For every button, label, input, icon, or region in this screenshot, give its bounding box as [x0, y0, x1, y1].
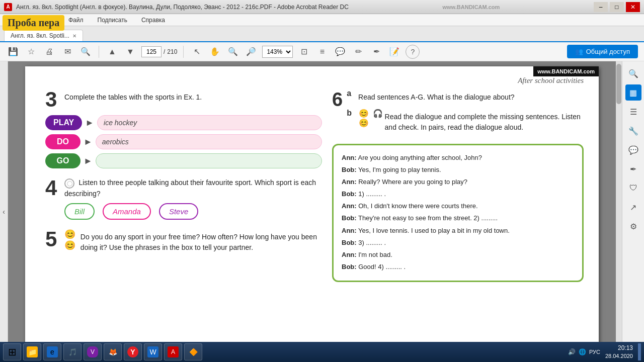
scroll-mode-button[interactable]: ≡ [315, 45, 329, 59]
bandicam-overlay: www.BANDICAM.com [533, 66, 599, 76]
email-button[interactable]: ✉ [60, 45, 74, 59]
ex3-text: Complete the tables with the sports in E… [64, 89, 202, 103]
taskbar-app-files[interactable]: 📁 [23, 343, 41, 360]
save-button[interactable]: 💾 [6, 45, 20, 59]
exercise-4: 4 ◯ Listen to three people talking about… [45, 177, 322, 220]
do-answer-field[interactable]: aerobics [96, 134, 322, 149]
right-sign-button[interactable]: ✒ [625, 161, 641, 177]
zoom-select[interactable]: 143% 100% 125% 150% [262, 46, 293, 58]
right-action-button[interactable]: ⚙ [625, 218, 641, 234]
sign-button[interactable]: 📝 [387, 45, 401, 59]
speaker-3: Bob: [342, 190, 357, 198]
menu-tools[interactable]: Подписать [95, 16, 130, 25]
speaker-7: Bob: [342, 239, 357, 246]
scrollbar[interactable] [616, 61, 622, 362]
taskbar-app-word[interactable]: W [144, 343, 162, 360]
taskbar-app-ie[interactable]: e [43, 343, 61, 360]
left-panel-collapse[interactable]: ‹ [0, 61, 8, 362]
show-desktop-button[interactable] [638, 343, 641, 360]
dialogue-line-8: Ann: I'm not bad. [342, 249, 574, 260]
search-button[interactable]: 🔍 [78, 45, 93, 59]
help-button[interactable]: ? [406, 45, 420, 59]
play-answer-text: ice hockey [104, 119, 137, 127]
hand-tool-button[interactable]: ✋ [208, 45, 222, 59]
line-1: Yes, I'm going to play tennis. [358, 166, 441, 173]
taskbar-app-acrobat[interactable]: A [164, 343, 182, 360]
bookmark-button[interactable]: ☆ [24, 45, 38, 59]
ex4-text: Listen to three people talking about the… [64, 175, 316, 198]
tab-pdf[interactable]: Англ. яз. 8кл. Spotli... ✕ [4, 30, 83, 41]
tab-close-icon[interactable]: ✕ [72, 33, 76, 39]
right-search-button[interactable]: 🔍 [625, 65, 641, 81]
taskbar-app-viber[interactable]: V [84, 343, 102, 360]
next-page-button[interactable]: ▼ [123, 45, 137, 59]
dialogue-box: Ann: Are you doing anything after school… [332, 144, 584, 282]
ex5-header: 5 😊😊 Do you do any sport in your free ti… [45, 229, 322, 253]
ex3-header: 3 Complete the tables with the sports in… [45, 89, 322, 110]
share-label: Общий доступ [586, 48, 630, 55]
amanda-label: Amanda [113, 207, 141, 216]
names-row: Bill Amanda Steve [64, 203, 322, 220]
minimize-button[interactable]: – [594, 2, 608, 12]
comment-button[interactable]: 💬 [333, 45, 347, 59]
right-bookmarks-button[interactable]: ☰ [625, 104, 641, 120]
yandex-icon: Y [127, 346, 138, 357]
speaker-6: Ann: [342, 227, 357, 234]
close-button[interactable]: ✕ [626, 2, 640, 12]
speaker-9: Bob: [342, 263, 357, 270]
line-9: Good! 4) ......... . [358, 263, 406, 270]
share-button[interactable]: 👥 Общий доступ [567, 45, 638, 58]
ex6-number: 6 [332, 89, 343, 111]
maximize-button[interactable]: □ [610, 2, 624, 12]
draw-button[interactable]: ✒ [369, 45, 383, 59]
dialogue-line-6: Ann: Yes, I love tennis. I used to play … [342, 225, 574, 236]
taskbar-app-firefox[interactable]: 🦊 [104, 343, 122, 360]
do-word-button[interactable]: DO [45, 134, 80, 149]
scroll-thumb[interactable] [616, 64, 621, 104]
go-answer-field[interactable] [96, 153, 322, 168]
page-number-input[interactable]: 125 [141, 46, 162, 57]
tab-bar: Англ. яз. 8кл. Spotli... ✕ [0, 26, 644, 42]
lang-indicator: РУС [589, 349, 600, 355]
right-comment-button[interactable]: 💬 [625, 142, 641, 158]
right-share-button[interactable]: ↗ [625, 199, 641, 215]
arrow-icon: ► [85, 118, 94, 128]
toolbar: 💾 ☆ 🖨 ✉ 🔍 ▲ ▼ 125 / 210 ↖ ✋ 🔍 🔎 143% 100… [0, 42, 644, 61]
zoom-out-button[interactable]: 🔍 [226, 45, 240, 59]
select-tool-button[interactable]: ↖ [190, 45, 204, 59]
menu-home[interactable]: Файл [65, 16, 87, 25]
play-answer-field[interactable]: ice hockey [97, 115, 322, 130]
name-amanda[interactable]: Amanda [103, 203, 151, 220]
taskbar-app-media[interactable]: 🎵 [63, 343, 82, 360]
emoji-pair-icon: 😊😊 [359, 109, 371, 128]
ex6-a-text: Read sentences A-G. What is the dialogue… [358, 89, 515, 103]
start-button[interactable]: ⊞ [3, 343, 21, 360]
taskbar-app-yandex[interactable]: Y [124, 343, 142, 360]
dialogue-line-0: Ann: Are you doing anything after school… [342, 152, 574, 163]
prev-page-button[interactable]: ▲ [105, 45, 119, 59]
window-controls: – □ ✕ [594, 2, 640, 12]
menu-help[interactable]: Справка [138, 16, 168, 25]
go-word-button[interactable]: GO [45, 153, 80, 168]
ex4-header: 4 ◯ Listen to three people talking about… [45, 177, 322, 220]
highlight-button[interactable]: ✏ [351, 45, 365, 59]
right-thumbnails-button[interactable]: ▦ [625, 84, 641, 101]
name-steve[interactable]: Steve [159, 203, 198, 220]
tray-icon-2: 🌐 [579, 348, 586, 355]
page-header: After school activities [45, 76, 584, 85]
arrow-icon3: ► [84, 156, 93, 166]
ex4-number: 4 [45, 177, 60, 199]
zoom-in-button[interactable]: 🔎 [244, 45, 258, 59]
name-bill[interactable]: Bill [64, 203, 95, 220]
taskbar-app-winzip[interactable]: 🔶 [184, 343, 202, 360]
right-tools-button[interactable]: 🔧 [625, 123, 641, 139]
fit-button[interactable]: ⊡ [297, 45, 311, 59]
ex5-number: 5 [45, 229, 60, 250]
right-protect-button[interactable]: 🛡 [625, 180, 641, 196]
play-word-button[interactable]: PLAY [45, 115, 82, 130]
print-button[interactable]: 🖨 [42, 45, 56, 59]
ex6-wrapper: 6 a Read sentences A-G. What is the dial… [332, 89, 584, 139]
dialogue-line-5: Bob: They're not easy to see from the st… [342, 213, 574, 224]
separator2 [183, 46, 184, 58]
two-column-layout: 3 Complete the tables with the sports in… [45, 89, 584, 282]
